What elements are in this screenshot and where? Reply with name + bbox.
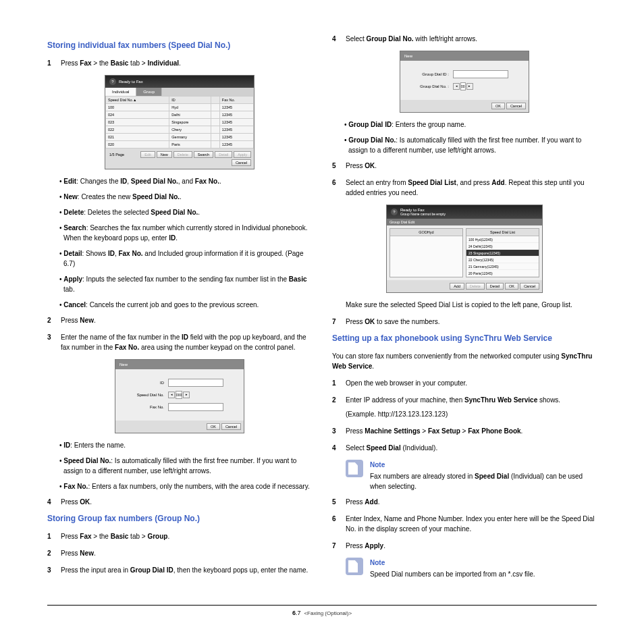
cancel-button: Cancel — [232, 159, 251, 166]
right-arrow-icon: ▸ — [183, 392, 190, 398]
detail-button: Detail — [486, 283, 504, 290]
group-id-input — [453, 70, 508, 78]
step-number: 1 — [332, 378, 346, 388]
step-text: Select Group Dial No. with left/right ar… — [346, 34, 597, 44]
step-text: Press Machine Settings > Fax Setup > Fax… — [346, 426, 597, 436]
edit-button: Edit — [140, 151, 155, 158]
step-text: Select Speed Dial (Individual). — [346, 443, 597, 453]
step-number: 7 — [332, 541, 346, 551]
heading-speed-dial: Storing individual fax numbers (Speed Di… — [47, 41, 312, 50]
note-block: NoteSpeed Dial numbers can be imported f… — [346, 558, 597, 579]
step-number: 6 — [332, 514, 346, 534]
step-number: 2 — [47, 315, 61, 325]
step-number: 6 — [332, 178, 346, 198]
step-text: Press OK. — [61, 497, 312, 507]
step-text: Press Apply. — [346, 541, 597, 551]
step-number: 7 — [332, 317, 346, 327]
step-number: 3 — [47, 565, 61, 575]
step-number: 5 — [332, 497, 346, 507]
heading-syncthru: Setting up a fax phonebook using SyncThr… — [332, 333, 597, 343]
step-text: Select an entry from Speed Dial List, an… — [346, 178, 597, 198]
step-text: Enter the name of the fax number in the … — [61, 332, 312, 352]
step-note: Make sure the selected Speed Dial List i… — [346, 300, 597, 310]
list-item: 100 Hyd(12345) — [466, 236, 539, 243]
list-item: 22 Chery(12345) — [466, 257, 539, 263]
table-row: 024Delhi12345 — [106, 111, 254, 119]
delete-button: Delete — [466, 283, 485, 290]
table-row: 021Germany12345 — [106, 134, 254, 141]
add-button: Add — [450, 283, 464, 290]
table-row: 100Hyd12345 — [106, 104, 254, 111]
screenshot-group-edit: ? Ready to FaxGroup Name cannot be empty… — [386, 205, 543, 293]
step-number: 1 — [47, 531, 61, 541]
group-list-pane: GODHyd — [390, 228, 463, 277]
step-number: 5 — [332, 161, 346, 171]
cancel-button: Cancel — [221, 423, 241, 430]
step-text: Press Fax > the Basic tab > Individual. — [61, 58, 312, 68]
help-icon: ? — [391, 209, 398, 215]
page-footer: 6.7 <Faxing (Optional)> — [47, 605, 597, 616]
right-arrow-icon: ▸ — [466, 83, 473, 90]
step-text: Press Fax > the Basic tab > Group. — [61, 531, 312, 541]
intro-text: You can store fax numbers conveniently f… — [332, 351, 597, 371]
ok-button: OK — [207, 423, 220, 430]
left-arrow-icon: ◂ — [453, 83, 460, 90]
help-icon: ? — [109, 78, 116, 85]
bullet-list: Group Dial ID: Enters the group name. Gr… — [344, 119, 597, 155]
step-text: Enter Index, Name and Phone Number. Inde… — [346, 514, 597, 534]
new-button: New — [157, 151, 172, 158]
step-text: Press the input area in Group Dial ID, t… — [61, 565, 312, 575]
speed-dial-list-pane: Speed Dial List 100 Hyd(12345) 24 Delhi(… — [466, 228, 539, 277]
bullet-list: Edit: Changes the ID, Speed Dial No., an… — [59, 176, 312, 310]
step-text: Enter IP address of your machine, then S… — [346, 395, 597, 419]
heading-group-dial: Storing Group fax numbers (Group No.) — [47, 514, 312, 523]
note-icon — [346, 558, 363, 575]
note-icon — [346, 460, 363, 477]
list-item: 24 Delhi(12345) — [466, 243, 539, 250]
apply-button: Apply — [234, 151, 251, 158]
step-number: 3 — [332, 426, 346, 436]
step-number: 4 — [332, 34, 346, 44]
search-button: Search — [194, 151, 213, 158]
ok-button: OK — [491, 103, 505, 109]
step-number: 3 — [47, 332, 61, 352]
table-row: 022Chery12345 — [106, 126, 254, 134]
faxno-input — [168, 403, 223, 411]
step-text: Press New. — [61, 315, 312, 325]
ok-button: OK — [505, 283, 518, 290]
step-number: 2 — [47, 548, 61, 558]
step-text: Press OK to save the numbers. — [346, 317, 597, 327]
step-text: Press New. — [61, 548, 312, 558]
step-text: Press Add. — [346, 497, 597, 507]
screenshot-new-entry: New ID Speed Dial No. ◂000▸ Fax No. OKCa… — [115, 359, 244, 433]
left-arrow-icon: ◂ — [168, 392, 175, 398]
detail-button: Detail — [215, 151, 232, 158]
step-text: Open the web browser in your computer. — [346, 378, 597, 388]
step-number: 1 — [47, 58, 61, 68]
table-row: 023Singapore12345 — [106, 119, 254, 126]
screenshot-speed-dial-table: ?Ready to Fax Individual Group Speed Dia… — [105, 75, 254, 169]
screenshot-group-new: New Group Dial ID : Group Dial No. : ◂00… — [400, 51, 529, 113]
note-block: NoteFax numbers are already stored in Sp… — [346, 460, 597, 491]
cancel-button: Cancel — [520, 283, 539, 290]
tab-group: Group — [136, 88, 162, 96]
list-item: 21 Germany(12345) — [466, 263, 539, 270]
step-number: 4 — [47, 497, 61, 507]
bullet-list: ID: Enters the name. Speed Dial No.: Is … — [59, 440, 312, 491]
step-number: 2 — [332, 395, 346, 419]
speed-dial-table: Speed Dial No.▲IDFax No. 100Hyd12345 024… — [105, 96, 254, 149]
tab-individual: Individual — [105, 88, 136, 96]
delete-button: Delete — [173, 151, 192, 158]
list-item: 23 Singapore(12345) — [466, 250, 539, 257]
step-text: Press OK. — [346, 161, 597, 171]
cancel-button: Cancel — [506, 103, 526, 109]
id-input — [168, 379, 223, 387]
table-row: 020Paris12345 — [106, 141, 254, 149]
list-item: 20 Paris(12345) — [466, 270, 539, 277]
step-number: 4 — [332, 443, 346, 453]
